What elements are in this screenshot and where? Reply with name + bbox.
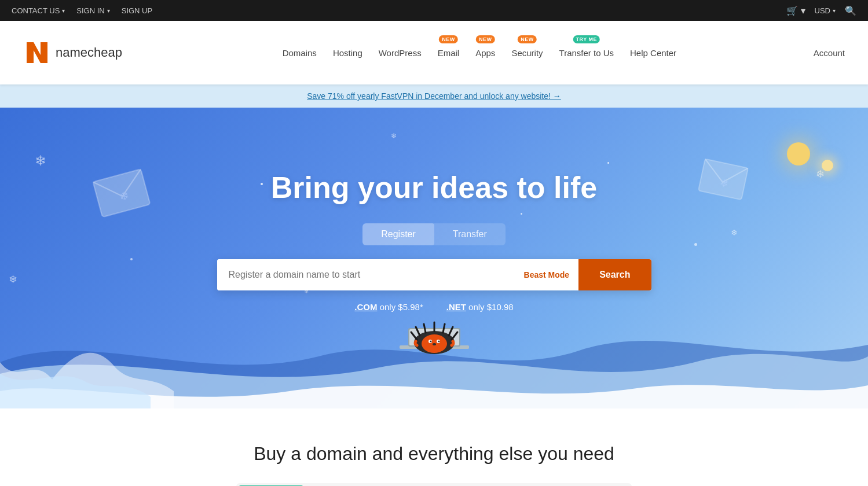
nav-account[interactable]: Account [814,48,845,58]
domain-search-input[interactable] [217,259,515,290]
deco-glow [822,160,833,171]
nav-item-transfer[interactable]: TRY ME Transfer to Us [559,46,614,60]
promo-link[interactable]: Save 71% off yearly FastVPN in December … [307,91,561,101]
sign-in-dropdown[interactable]: SIGN IN [76,6,109,15]
main-nav: namecheap Domains Hosting WordPress NEW … [0,21,868,84]
hero-section: ❄ ❄ ❄ ❄ ❄ ❄ ❄ ❄ Bring your ideas to life… [0,108,868,408]
star-2 [521,213,522,215]
svg-rect-3 [698,159,748,200]
svg-point-21 [433,343,436,345]
svg-rect-1 [93,170,150,218]
currency-dropdown[interactable]: USD [815,6,836,15]
snowflake-4: ❄ [391,132,397,140]
search-button[interactable]: Search [578,259,651,290]
transfer-toggle[interactable]: Transfer [434,223,506,245]
logo[interactable]: namecheap [23,39,122,67]
hedgehog-mascot [382,302,486,371]
star-4 [607,162,609,164]
snowflake-1: ❄ [35,153,46,169]
sign-up-link[interactable]: SIGN UP [122,6,152,15]
snowflake-5: ❄ [731,228,738,237]
bottom-title: Buy a domain and everything else you nee… [23,443,845,465]
hero-title: Bring your ideas to life [271,170,597,205]
nav-items: Domains Hosting WordPress NEW Email NEW … [145,46,814,60]
nav-item-wordpress[interactable]: WordPress [379,46,422,60]
star-5 [694,243,697,246]
svg-point-20 [438,341,440,343]
nav-item-domains[interactable]: Domains [283,46,317,60]
svg-text:❄: ❄ [118,189,130,204]
search-icon[interactable]: 🔍 [845,5,856,16]
apps-badge: NEW [476,35,495,43]
svg-text:❄: ❄ [719,176,730,190]
mascot-container [382,302,486,374]
star-3 [130,258,133,260]
envelope-left: ❄ [91,168,152,219]
com-link[interactable]: .COM [354,302,377,312]
envelope-right: ❄ [697,157,750,201]
star-1 [261,183,263,185]
top-bar-right: 🛒 ▾ USD 🔍 [786,5,856,16]
security-badge: NEW [518,35,537,43]
email-badge: NEW [439,35,458,43]
nav-item-help[interactable]: Help Center [630,46,676,60]
search-bar: Beast Mode Search [217,259,651,290]
contact-us-dropdown[interactable]: CONTACT US [12,6,65,15]
top-bar: CONTACT US SIGN IN SIGN UP 🛒 ▾ USD 🔍 [0,0,868,21]
register-toggle[interactable]: Register [362,223,434,245]
nav-item-apps[interactable]: NEW Apps [475,46,495,60]
nav-item-security[interactable]: NEW Security [511,46,543,60]
logo-text: namecheap [56,45,122,60]
toggle-group: Register Transfer [362,223,506,245]
deco-sun [787,142,810,165]
nav-item-hosting[interactable]: Hosting [333,46,362,60]
beast-mode-button[interactable]: Beast Mode [515,259,579,290]
transfer-badge: TRY ME [573,35,600,43]
promo-banner: Save 71% off yearly FastVPN in December … [0,84,868,108]
nav-item-email[interactable]: NEW Email [438,46,460,60]
category-tabs: Promos Domains WordPress Hosting Securit… [236,483,631,486]
svg-point-19 [430,341,431,343]
cart-icon[interactable]: 🛒 ▾ [786,5,805,16]
snowflake-2: ❄ [9,273,17,286]
svg-marker-0 [27,42,47,63]
bottom-section: Buy a domain and everything else you nee… [0,408,868,486]
top-bar-left: CONTACT US SIGN IN SIGN UP [12,6,152,15]
